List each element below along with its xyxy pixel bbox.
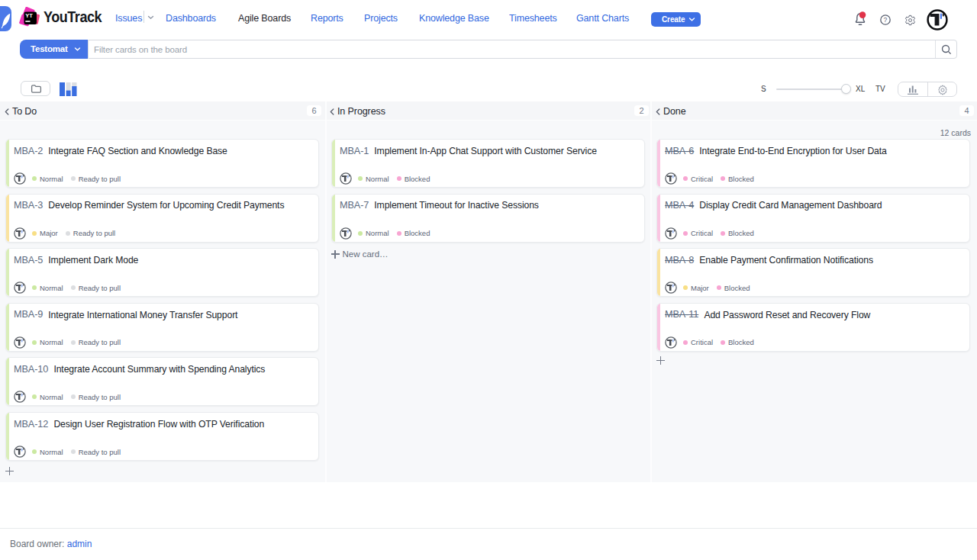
- svg-text:YT: YT: [25, 12, 33, 19]
- svg-text:?: ?: [883, 16, 887, 24]
